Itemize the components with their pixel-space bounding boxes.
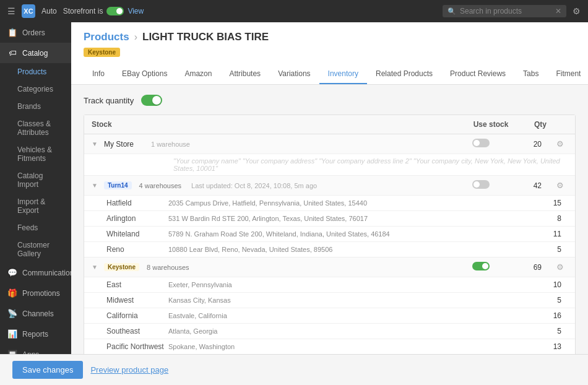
tab-related[interactable]: Related Products xyxy=(367,64,441,84)
store-section-keystone: ▼ Keystone 8 warehouses 69 ⚙ East Exeter… xyxy=(84,257,575,354)
tab-attributes[interactable]: Attributes xyxy=(220,64,269,84)
menu-icon[interactable]: ☰ xyxy=(7,6,15,16)
sidebar-item-label: Communication xyxy=(22,269,71,277)
store-settings-icon[interactable]: ⚙ xyxy=(553,181,568,190)
storefront-section: Storefront is View xyxy=(63,7,144,15)
tab-ebay[interactable]: EBay Options xyxy=(113,64,176,84)
warehouse-qty: 10 xyxy=(530,280,568,289)
sidebar-sub-products[interactable]: Products xyxy=(0,63,71,80)
warehouse-row: "Your company name" "Your company addres… xyxy=(84,154,575,175)
search-clear-icon[interactable]: ✕ xyxy=(555,7,561,15)
sidebar-item-promotions[interactable]: 🎁 Promotions xyxy=(0,283,71,303)
search-box[interactable]: 🔍 ✕ xyxy=(443,5,566,17)
sidebar-sub-vehicles[interactable]: Vehicles & Fitments xyxy=(0,141,71,167)
warehouse-address: 10880 Lear Blvd, Reno, Nevada, United St… xyxy=(168,246,530,253)
store-usestock-toggle[interactable] xyxy=(456,262,506,272)
communication-icon: 💬 xyxy=(7,268,17,277)
warehouse-row: Arlington 531 W Bardin Rd STE 200, Arlin… xyxy=(84,210,575,226)
storefront-toggle[interactable] xyxy=(106,7,124,15)
warehouse-name: East xyxy=(106,280,168,289)
warehouse-name: Whiteland xyxy=(106,230,168,238)
tab-info[interactable]: Info xyxy=(84,64,113,84)
tab-bar: Info EBay Options Amazon Attributes Vari… xyxy=(84,64,576,84)
breadcrumb-separator: › xyxy=(134,32,137,43)
storefront-label: Storefront is xyxy=(63,7,103,15)
promotions-icon: 🎁 xyxy=(7,288,17,298)
store-settings-icon[interactable]: ⚙ xyxy=(553,262,568,272)
sidebar-item-apps[interactable]: 🔲 Apps xyxy=(0,344,71,354)
store-usestock-toggle[interactable] xyxy=(456,139,506,149)
save-button[interactable]: Save changes xyxy=(12,361,83,379)
search-input[interactable] xyxy=(460,7,551,15)
warehouse-qty: 11 xyxy=(530,230,568,238)
store-row-mystore: ▼ My Store 1 warehouse 20 ⚙ xyxy=(84,134,575,154)
settings-icon[interactable]: ⚙ xyxy=(573,6,581,16)
store-name: My Store xyxy=(104,140,141,149)
view-link[interactable]: View xyxy=(128,7,144,15)
store-meta: Last updated: Oct 8, 2024, 10:08, 5m ago xyxy=(191,182,451,189)
tab-variations[interactable]: Variations xyxy=(269,64,319,84)
store-usestock-toggle[interactable] xyxy=(456,180,506,191)
topbar: ☰ XC Auto Storefront is View 🔍 ✕ ⚙ xyxy=(0,0,588,22)
store-section-mystore: ▼ My Store 1 warehouse 20 ⚙ "Your compan… xyxy=(84,134,575,176)
tab-reviews[interactable]: Product Reviews xyxy=(441,64,514,84)
mode-label: Auto xyxy=(41,7,57,15)
stock-table: Stock Use stock Qty ▼ My Store 1 warehou… xyxy=(84,115,576,354)
page-header: Products › LIGHT TRUCK BIAS TIRE Keyston… xyxy=(71,22,588,85)
chevron-icon[interactable]: ▼ xyxy=(92,182,99,189)
warehouse-row: East Exeter, Pennsylvania 10 xyxy=(84,277,575,292)
sidebar-sub-classes[interactable]: Classes & Attributes xyxy=(0,115,71,141)
topbar-right: 🔍 ✕ ⚙ xyxy=(443,5,581,17)
store-qty: 20 xyxy=(511,140,548,149)
preview-button[interactable]: Preview product page xyxy=(90,365,168,374)
logo: XC xyxy=(22,4,35,18)
store-badge: Turn14 xyxy=(104,181,132,189)
track-quantity-toggle[interactable] xyxy=(141,95,162,106)
sidebar-sub-gallery[interactable]: Customer Gallery xyxy=(0,236,71,262)
warehouse-address: 5789 N. Graham Road Ste 200, Whiteland, … xyxy=(168,230,530,238)
tab-inventory[interactable]: Inventory xyxy=(319,64,367,84)
track-quantity-row: Track quantity xyxy=(84,95,576,106)
warehouse-name: Arlington xyxy=(106,214,168,223)
warehouse-name: Pacific Northwest xyxy=(106,342,168,351)
warehouse-address: 2035 Campus Drive, Hatfield, Pennsylvani… xyxy=(168,199,530,207)
sidebar-item-communication[interactable]: 💬 Communication xyxy=(0,262,71,283)
sidebar-sub-catalogimport[interactable]: Catalog Import xyxy=(0,167,71,193)
store-settings-icon[interactable]: ⚙ xyxy=(553,139,568,149)
search-icon: 🔍 xyxy=(447,7,456,15)
inventory-content: Track quantity Stock Use stock Qty ▼ My … xyxy=(71,85,588,354)
sidebar-item-channels[interactable]: 📡 Channels xyxy=(0,303,71,324)
breadcrumb: Products › LIGHT TRUCK BIAS TIRE xyxy=(84,31,576,43)
topbar-left: ☰ XC Auto Storefront is View xyxy=(7,4,144,18)
sidebar-sub-categories[interactable]: Categories xyxy=(0,80,71,98)
sidebar-item-orders[interactable]: 📋 Orders xyxy=(0,22,71,43)
warehouse-row: California Eastvale, California 16 xyxy=(84,308,575,323)
tab-amazon[interactable]: Amazon xyxy=(176,64,220,84)
store-qty: 42 xyxy=(511,181,548,190)
breadcrumb-products[interactable]: Products xyxy=(84,31,129,43)
tab-fitment[interactable]: Fitment xyxy=(547,64,588,84)
track-quantity-label: Track quantity xyxy=(84,96,134,105)
channels-icon: 📡 xyxy=(7,309,17,318)
sidebar-item-label: Reports xyxy=(22,330,48,339)
sidebar-item-label: Channels xyxy=(22,309,54,318)
warehouse-row: Reno 10880 Lear Blvd, Reno, Nevada, Unit… xyxy=(84,241,575,257)
warehouse-count: 4 warehouses xyxy=(139,182,182,189)
reports-icon: 📊 xyxy=(7,329,17,339)
warehouse-name: Hatfield xyxy=(106,199,168,207)
store-badge: Keystone xyxy=(104,263,139,271)
store-qty: 69 xyxy=(511,263,548,272)
chevron-icon[interactable]: ▼ xyxy=(92,264,99,270)
sidebar-sub-brands[interactable]: Brands xyxy=(0,98,71,115)
sidebar-sub-feeds[interactable]: Feeds xyxy=(0,219,71,236)
product-badge: Keystone xyxy=(84,48,120,57)
warehouse-address: "Your company name" "Your company addres… xyxy=(173,157,568,172)
tab-tabs[interactable]: Tabs xyxy=(514,64,547,84)
store-meta: 1 warehouse xyxy=(151,141,451,148)
chevron-icon[interactable]: ▼ xyxy=(92,141,99,147)
warehouse-qty: 15 xyxy=(530,199,568,207)
warehouse-address: Atlanta, Georgia xyxy=(168,327,530,335)
sidebar-sub-importexport[interactable]: Import & Export xyxy=(0,193,71,219)
sidebar-item-catalog[interactable]: 🏷 Catalog xyxy=(0,43,71,63)
sidebar-item-reports[interactable]: 📊 Reports xyxy=(0,324,71,344)
